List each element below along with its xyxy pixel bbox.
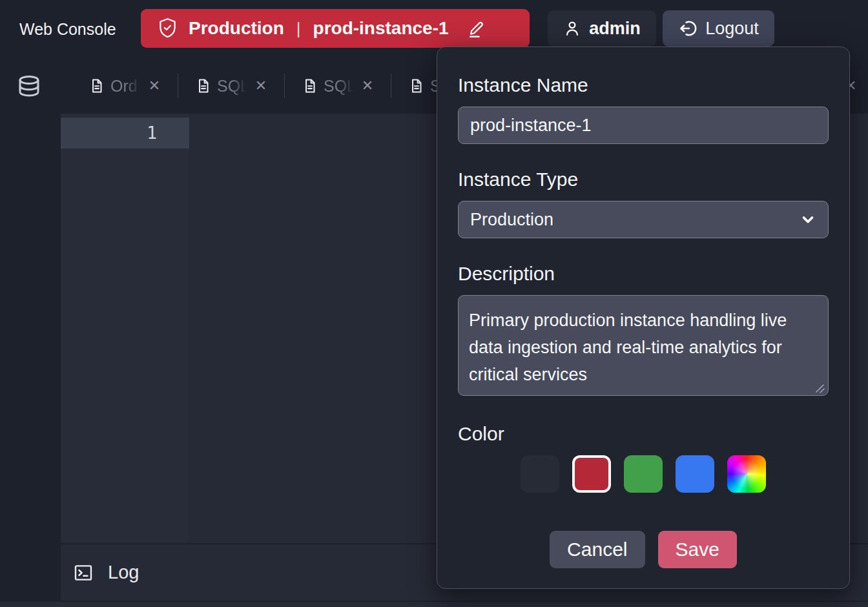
tab-strip: Ord✕SQL✕SQL✕SQL✕ [61, 58, 489, 114]
tab-divider [284, 74, 285, 98]
dialog-button-row: Cancel Save [437, 531, 849, 568]
instance-type-select[interactable]: Production [458, 201, 829, 238]
editor-tab[interactable]: Ord✕ [80, 77, 169, 96]
color-swatch-row [458, 455, 829, 493]
color-swatch-blue[interactable] [676, 455, 714, 493]
tab-divider [391, 74, 391, 98]
user-button[interactable]: admin [548, 10, 656, 46]
document-icon [302, 77, 318, 94]
instance-settings-dialog: Instance Name Instance Type Production D… [437, 46, 850, 589]
editor-tab[interactable]: SQL✕ [187, 77, 276, 96]
description-label: Description [458, 263, 829, 285]
logout-button[interactable]: Logout [663, 10, 774, 46]
instance-type-label: Instance Type [458, 169, 829, 190]
terminal-icon [73, 562, 94, 583]
tab-close-icon[interactable]: ✕ [254, 77, 267, 94]
instance-type-value: Production [470, 210, 553, 230]
tab-close-icon[interactable]: ✕ [148, 77, 161, 94]
description-textarea[interactable]: Primary production instance handling liv… [458, 295, 829, 396]
color-swatch-rainbow[interactable] [727, 455, 766, 493]
environment-label: Production [189, 18, 284, 39]
color-label: Color [458, 423, 829, 445]
document-icon [88, 77, 105, 94]
app-title: Web Console [19, 0, 116, 58]
tab-label: SQL [217, 77, 249, 96]
chevron-down-icon [800, 211, 816, 228]
tab-label: Ord [110, 77, 143, 96]
log-panel-label: Log [108, 562, 139, 583]
document-icon [195, 77, 212, 94]
edit-pencil-icon[interactable] [465, 17, 487, 39]
logout-button-label: Logout [705, 19, 759, 39]
cancel-button[interactable]: Cancel [550, 531, 645, 568]
sidebar [0, 58, 61, 607]
shield-check-icon [158, 17, 178, 39]
logout-icon [678, 19, 698, 38]
footer-strip [0, 602, 868, 607]
instance-name-label: prod-instance-1 [313, 18, 449, 39]
instance-badge[interactable]: Production | prod-instance-1 [141, 9, 530, 48]
tab-divider [178, 74, 178, 98]
editor-tab[interactable]: SQL✕ [293, 77, 382, 96]
instance-name-label: Instance Name [458, 74, 829, 96]
resize-handle-icon[interactable] [815, 384, 825, 393]
user-button-label: admin [589, 19, 641, 39]
tab-close-icon[interactable]: ✕ [361, 77, 374, 94]
badge-separator: | [295, 19, 302, 39]
document-icon [408, 77, 425, 94]
database-icon[interactable] [16, 72, 42, 101]
color-swatch-red[interactable] [572, 455, 611, 493]
instance-name-input[interactable] [458, 107, 829, 144]
line-number-gutter [61, 114, 189, 543]
active-line-number: 1 [61, 118, 189, 149]
tab-label: SQL [324, 77, 356, 96]
save-button[interactable]: Save [658, 531, 737, 568]
user-icon [563, 19, 581, 37]
color-swatch-default-dark[interactable] [521, 455, 559, 493]
color-swatch-green[interactable] [624, 455, 663, 493]
